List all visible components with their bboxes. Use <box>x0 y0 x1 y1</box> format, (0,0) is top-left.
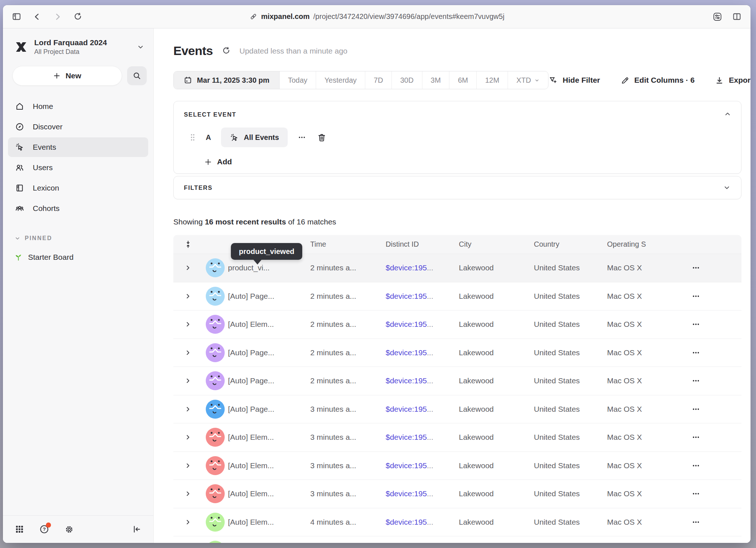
refresh-results-icon[interactable] <box>222 46 231 55</box>
row-more-options-icon[interactable] <box>680 404 712 414</box>
url-bar[interactable]: mixpanel.com/project/3472420/view/397469… <box>249 12 504 21</box>
date-range-current[interactable]: Mar 11, 2025 3:30 pm <box>174 71 280 89</box>
cell-city: Lakewood <box>459 518 534 527</box>
table-row[interactable]: [Auto] Page... 2 minutes a... $device:19… <box>173 339 741 367</box>
table-row[interactable]: [Auto] Elem... 3 minutes a... $device:19… <box>173 423 741 452</box>
cell-distinct-id[interactable]: $device:195... <box>386 376 459 385</box>
cell-distinct-id[interactable]: $device:195... <box>386 518 459 527</box>
mixpanel-logo <box>14 40 28 54</box>
page-settings-icon[interactable] <box>712 12 722 22</box>
collapse-rows-icon[interactable] <box>173 240 202 249</box>
add-label: Add <box>217 157 232 166</box>
drag-handle-icon[interactable] <box>189 133 196 142</box>
search-button[interactable] <box>127 66 147 85</box>
sidebar-item-users[interactable]: Users <box>8 158 148 177</box>
row-more-options-icon[interactable] <box>680 489 712 498</box>
event-more-options-icon[interactable] <box>297 133 307 142</box>
preset-6m[interactable]: 6M <box>449 71 477 89</box>
row-more-options-icon[interactable] <box>680 291 712 301</box>
preset-30d[interactable]: 30D <box>392 71 422 89</box>
preset-7d[interactable]: 7D <box>365 71 392 89</box>
sidebar-item-home[interactable]: Home <box>8 97 148 116</box>
project-switcher[interactable]: Lord Farquaad 2024 All Project Data <box>14 38 145 56</box>
cell-distinct-id[interactable]: $device:195... <box>386 292 459 301</box>
filters-card: FILTERS <box>173 176 741 199</box>
chevron-up-icon[interactable] <box>724 110 732 118</box>
cell-country: United States <box>534 461 607 470</box>
sidebar-item-discover[interactable]: Discover <box>8 117 148 137</box>
collapse-sidebar-icon[interactable] <box>132 524 142 534</box>
date-range-value: Mar 11, 2025 3:30 pm <box>197 76 269 85</box>
row-more-options-icon[interactable] <box>680 348 712 357</box>
table-row[interactable]: [Auto] Elem... 4 minutes a... $device:19… <box>173 508 741 537</box>
row-expander-icon[interactable] <box>173 518 202 526</box>
header-country[interactable]: Country <box>534 240 607 248</box>
header-city[interactable]: City <box>459 240 534 248</box>
row-expander-icon[interactable] <box>173 405 202 413</box>
row-expander-icon[interactable] <box>173 377 202 385</box>
row-more-options-icon[interactable] <box>680 376 712 385</box>
row-expander-icon[interactable] <box>173 462 202 470</box>
preset-xtd[interactable]: XTD <box>508 71 548 89</box>
row-more-options-icon[interactable] <box>680 320 712 329</box>
cell-city: Lakewood <box>459 348 534 357</box>
sidebar-item-cohorts[interactable]: Cohorts <box>8 199 148 218</box>
table-row[interactable]: [Auto] Elem... 3 minutes a... $device:19… <box>173 480 741 508</box>
table-row[interactable]: [Auto] Elem... 2 minutes a... $device:19… <box>173 310 741 339</box>
sidebar-item-lexicon[interactable]: Lexicon <box>8 178 148 198</box>
back-arrow-icon[interactable] <box>32 12 42 21</box>
cell-distinct-id[interactable]: $device:195... <box>386 433 459 442</box>
row-more-options-icon[interactable] <box>680 461 712 470</box>
row-expander-icon[interactable] <box>173 433 202 441</box>
preset-12m[interactable]: 12M <box>477 71 508 89</box>
hide-filter-button[interactable]: Hide Filter <box>548 75 600 85</box>
cell-city: Lakewood <box>459 292 534 301</box>
help-button[interactable]: ? <box>39 524 50 535</box>
row-expander-icon[interactable] <box>173 490 202 498</box>
chevron-down-icon <box>15 235 20 241</box>
table-row[interactable]: [Auto] Page... 2 minutes a... $device:19… <box>173 367 741 395</box>
trash-icon[interactable] <box>317 133 327 142</box>
preset-yesterday[interactable]: Yesterday <box>316 71 365 89</box>
header-time[interactable]: Time <box>310 240 386 248</box>
export-button[interactable]: Export <box>715 76 751 85</box>
sidebar-item-starter-board[interactable]: Starter Board <box>14 253 153 262</box>
preset-today[interactable]: Today <box>280 71 316 89</box>
chevron-down-icon[interactable] <box>723 184 731 192</box>
cell-distinct-id[interactable]: $device:195... <box>386 461 459 470</box>
cell-city: Lakewood <box>459 461 534 470</box>
header-distinct-id[interactable]: Distinct ID <box>386 240 459 248</box>
refresh-icon[interactable] <box>73 12 83 21</box>
row-more-options-icon[interactable] <box>680 517 712 527</box>
pinned-section-header[interactable]: PINNED <box>15 235 153 242</box>
apps-grid-icon[interactable] <box>15 524 24 534</box>
cell-distinct-id[interactable]: $device:195... <box>386 263 459 272</box>
table-row[interactable]: [Auto] Elem... 3 minutes a... $device:19… <box>173 452 741 480</box>
add-event-button[interactable]: Add <box>204 157 731 166</box>
gear-icon[interactable] <box>64 524 74 535</box>
edit-columns-button[interactable]: Edit Columns · 6 <box>621 76 695 85</box>
table-row[interactable]: [Auto] Page... 3 minutes a... $device:19… <box>173 395 741 424</box>
sidebar-item-events[interactable]: Events <box>8 137 148 157</box>
row-expander-icon[interactable] <box>173 349 202 357</box>
cell-distinct-id[interactable]: $device:195... <box>386 348 459 357</box>
row-expander-icon[interactable] <box>173 320 202 328</box>
cell-distinct-id[interactable]: $device:195... <box>386 405 459 414</box>
forward-arrow-icon[interactable] <box>53 12 62 21</box>
browser-sidebar-toggle-icon[interactable] <box>12 12 21 21</box>
cell-distinct-id[interactable]: $device:195... <box>386 489 459 498</box>
row-expander-icon[interactable] <box>173 264 202 272</box>
header-os[interactable]: Operating S <box>607 240 680 248</box>
new-button[interactable]: New <box>12 66 122 86</box>
cell-os: Mac OS X <box>607 461 680 470</box>
all-events-chip[interactable]: All Events <box>221 128 288 147</box>
table-row[interactable]: [Auto] Page... 2 minutes a... $device:19… <box>173 282 741 311</box>
plus-icon <box>53 72 60 79</box>
split-view-icon[interactable] <box>732 12 742 21</box>
table-row[interactable]: [Auto] Elem... 4 minutes a... $device:19… <box>173 536 741 543</box>
cell-distinct-id[interactable]: $device:195... <box>386 320 459 329</box>
preset-3m[interactable]: 3M <box>422 71 450 89</box>
row-more-options-icon[interactable] <box>680 263 712 273</box>
row-more-options-icon[interactable] <box>680 432 712 442</box>
row-expander-icon[interactable] <box>173 292 202 300</box>
